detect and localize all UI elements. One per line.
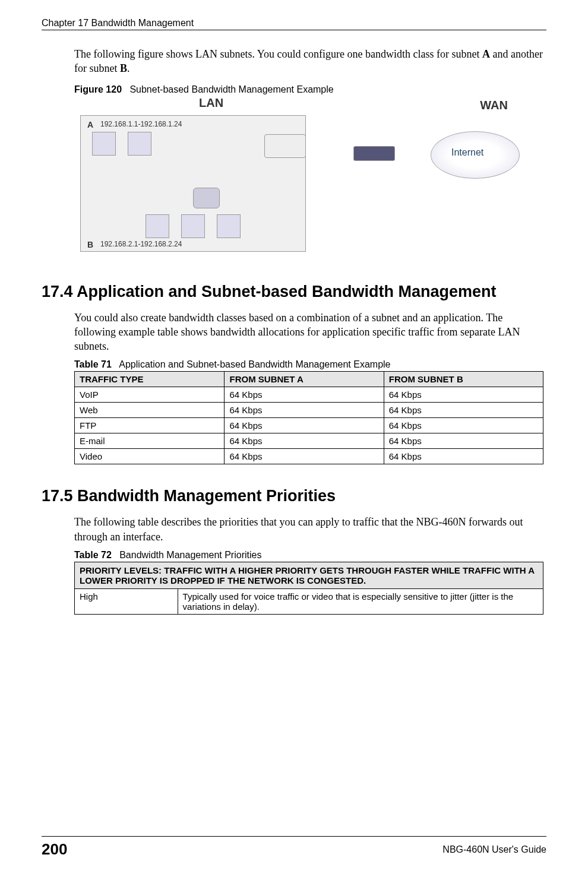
table-cell: Video [75,449,225,464]
table-cell: FTP [75,418,225,433]
table-row: Video 64 Kbps 64 Kbps [75,449,543,464]
network-diagram: LAN WAN A 192.168.1.1-192.168.1.24 B 192… [74,99,532,265]
subnet-a-label: A [87,120,93,129]
table-row: Web 64 Kbps 64 Kbps [75,403,543,418]
lan-label: LAN [199,96,223,110]
table-cell: Web [75,403,225,418]
subnet-a-bold: A [482,48,490,60]
table-cell: Typically used for voice traffic or vide… [178,589,543,615]
modem-icon [353,146,395,161]
table-header-cell: PRIORITY LEVELS: TRAFFIC WITH A HIGHER P… [75,562,543,589]
table-row: PRIORITY LEVELS: TRAFFIC WITH A HIGHER P… [75,562,543,589]
table-row: FTP 64 Kbps 64 Kbps [75,418,543,433]
subnet-a-range: 192.168.1.1-192.168.1.24 [100,120,182,128]
table-cell: 64 Kbps [384,418,543,433]
pc-icon [217,214,241,238]
pc-icon [128,132,151,156]
wan-label: WAN [480,99,508,112]
table-cell: 64 Kbps [384,403,543,418]
table-71: TRAFFIC TYPE FROM SUBNET A FROM SUBNET B… [74,371,543,464]
table-cell: 64 Kbps [384,449,543,464]
figure-120-caption-text: Subnet-based Bandwidth Management Exampl… [129,84,333,94]
table-header-cell: FROM SUBNET B [384,372,543,387]
section-17-4-para: You could also create bandwidth classes … [74,311,546,354]
pc-icon [146,214,169,238]
section-17-5-heading: 17.5 Bandwidth Management Priorities [42,487,546,505]
intro-text-suffix: . [127,62,130,74]
table-row: VoIP 64 Kbps 64 Kbps [75,387,543,403]
intro-paragraph: The following figure shows LAN subnets. … [74,47,546,76]
pc-icon [92,132,116,156]
table-71-label: Table 71 [74,359,112,369]
section-17-4-heading: 17.4 Application and Subnet-based Bandwi… [42,283,546,301]
table-row: High Typically used for voice traffic or… [75,589,543,615]
table-cell: 64 Kbps [225,387,384,403]
figure-120: LAN WAN A 192.168.1.1-192.168.1.24 B 192… [74,99,546,265]
table-cell: 64 Kbps [384,433,543,449]
table-cell: E-mail [75,433,225,449]
subnet-b-bold: B [120,62,127,74]
table-row: TRAFFIC TYPE FROM SUBNET A FROM SUBNET B [75,372,543,387]
table-72: PRIORITY LEVELS: TRAFFIC WITH A HIGHER P… [74,562,543,615]
subnet-b-range: 192.168.2.1-192.168.2.24 [100,240,182,248]
figure-120-caption: Figure 120 Subnet-based Bandwidth Manage… [74,84,546,95]
router-icon [193,188,220,208]
page-number: 200 [42,840,67,859]
page-header: Chapter 17 Bandwidth Management [42,18,546,30]
pc-icon [181,214,205,238]
table-cell: 64 Kbps [225,433,384,449]
intro-text-prefix: The following figure shows LAN subnets. … [74,48,482,60]
page-footer: 200 NBG-460N User's Guide [42,836,546,859]
chapter-title: Chapter 17 Bandwidth Management [42,18,194,28]
table-cell: High [75,589,178,615]
subnet-b-label: B [87,240,93,249]
table-71-caption-text: Application and Subnet-based Bandwidth M… [119,359,390,369]
table-71-caption: Table 71 Application and Subnet-based Ba… [74,359,546,370]
table-header-cell: TRAFFIC TYPE [75,372,225,387]
wireless-router-icon [264,134,306,158]
table-cell: 64 Kbps [225,418,384,433]
section-17-5-para: The following table describes the priori… [74,515,546,544]
table-cell: 64 Kbps [384,387,543,403]
internet-label: Internet [451,147,483,158]
table-72-caption-text: Bandwidth Management Priorities [119,550,261,560]
table-72-caption: Table 72 Bandwidth Management Priorities [74,550,546,561]
table-cell: VoIP [75,387,225,403]
table-row: E-mail 64 Kbps 64 Kbps [75,433,543,449]
table-cell: 64 Kbps [225,403,384,418]
guide-name: NBG-460N User's Guide [442,844,546,855]
table-72-label: Table 72 [74,550,112,560]
table-header-cell: FROM SUBNET A [225,372,384,387]
figure-120-label: Figure 120 [74,84,122,94]
table-cell: 64 Kbps [225,449,384,464]
